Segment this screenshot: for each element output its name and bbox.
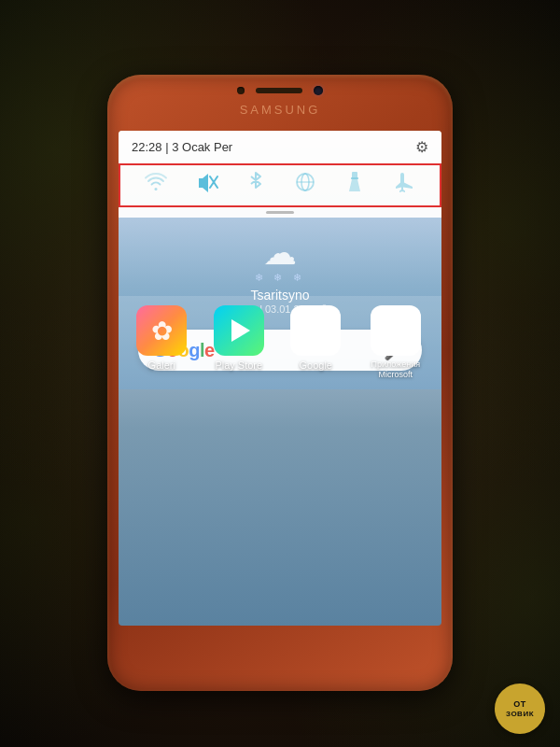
- airplane-mode-icon[interactable]: [393, 172, 415, 197]
- speaker-dot: [237, 87, 245, 94]
- phone-body: SAMSUNG 22:28 | 3 Ocak Per ⚙: [107, 75, 453, 691]
- flashlight-icon[interactable]: [345, 171, 364, 198]
- bluetooth-icon[interactable]: [247, 171, 264, 198]
- phone-top-hardware: [237, 86, 323, 95]
- app-dock: Galeri Play Store: [119, 296, 441, 389]
- data-roaming-icon[interactable]: [294, 172, 316, 197]
- weather-cloud-icon: ☁: [263, 236, 297, 270]
- svg-marker-6: [349, 179, 360, 191]
- speaker-grille: [256, 88, 302, 93]
- phone-screen: 22:28 | 3 Ocak Per ⚙: [119, 131, 441, 626]
- snowflakes-decoration: ❄ ❄ ❄: [255, 272, 304, 284]
- galeri-icon: [136, 305, 187, 356]
- quick-icons-row: [130, 171, 430, 198]
- otzovik-watermark: ОТ ЗОВИК: [495, 684, 545, 734]
- wifi-icon[interactable]: [145, 173, 167, 196]
- svg-marker-8: [231, 319, 250, 342]
- playstore-icon: [214, 305, 264, 356]
- google-apps-icon: [290, 305, 341, 356]
- drag-handle-bar: [266, 211, 294, 214]
- watermark-badge: ОТ ЗОВИК: [495, 684, 545, 734]
- google-label: Google: [300, 359, 332, 371]
- brand-label: SAMSUNG: [240, 103, 321, 117]
- status-time-date: 22:28 | 3 Ocak Per: [132, 140, 232, 154]
- quick-settings-panel: [119, 163, 441, 207]
- dock-item-galeri[interactable]: Galeri: [136, 305, 187, 380]
- home-screen-wallpaper: ☁ ❄ ❄ ❄ Tsaritsyno Güncel 03.01 20:02 ↻ …: [119, 218, 441, 389]
- phone-device: SAMSUNG 22:28 | 3 Ocak Per ⚙: [107, 75, 453, 691]
- front-camera: [314, 86, 323, 95]
- status-date: 3 Ocak Per: [172, 140, 232, 154]
- dock-item-microsoft[interactable]: Приложения Microsoft: [368, 305, 424, 380]
- notification-drag-handle[interactable]: [119, 207, 441, 218]
- svg-rect-7: [351, 177, 358, 179]
- settings-gear-icon[interactable]: ⚙: [415, 138, 428, 156]
- playstore-label: Play Store: [215, 359, 262, 371]
- mute-icon[interactable]: [196, 172, 218, 197]
- microsoft-apps-icon: [371, 305, 421, 356]
- galeri-label: Galeri: [148, 359, 175, 371]
- status-bar: 22:28 | 3 Ocak Per ⚙: [119, 131, 441, 163]
- status-time: 22:28: [132, 140, 162, 154]
- dock-item-google[interactable]: Google: [290, 305, 341, 380]
- dock-item-playstore[interactable]: Play Store: [214, 305, 264, 380]
- microsoft-label: Приложения Microsoft: [368, 359, 424, 380]
